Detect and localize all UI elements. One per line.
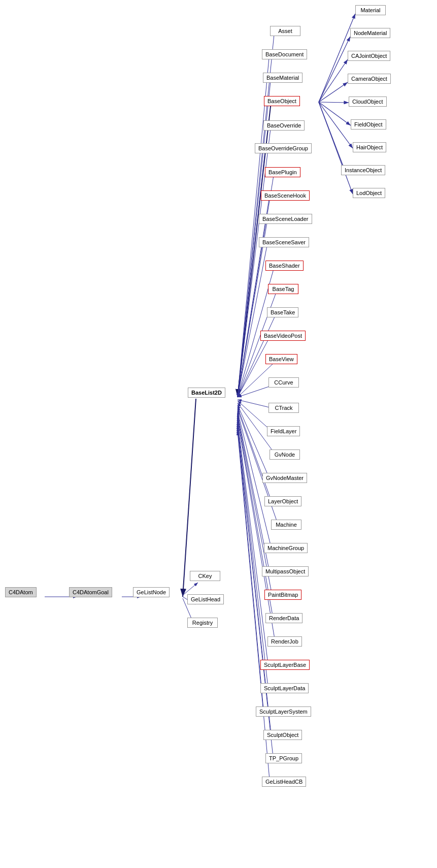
svg-line-8 [319, 102, 353, 148]
node-tp-pgroup[interactable]: TP_PGroup [265, 753, 302, 763]
svg-line-7 [319, 102, 351, 125]
node-baseshader[interactable]: BaseShader [265, 261, 304, 271]
node-multipassobject[interactable]: MultipassObject [262, 566, 309, 576]
node-asset[interactable]: Asset [270, 26, 300, 36]
node-gelistnode[interactable]: GeListNode [133, 587, 170, 597]
svg-line-40 [238, 425, 264, 715]
svg-line-12 [238, 58, 269, 397]
svg-line-16 [238, 152, 265, 397]
node-instanceobject[interactable]: InstanceObject [341, 165, 385, 175]
node-baseoverridegroup[interactable]: BaseOverrideGroup [255, 143, 312, 153]
node-baseview[interactable]: BaseView [265, 354, 297, 364]
node-paintbitmap[interactable]: PaintBitmap [264, 590, 301, 600]
svg-line-20 [238, 246, 267, 397]
node-sculptlayersystem[interactable]: SculptLayerSystem [256, 706, 311, 717]
node-sculptlayerbase[interactable]: SculptLayerBase [260, 660, 310, 670]
node-cajointobject[interactable]: CAJointObject [348, 51, 390, 61]
node-cameraobject[interactable]: CameraObject [348, 74, 391, 84]
node-lodobject[interactable]: LodObject [353, 188, 385, 198]
node-basetake[interactable]: BaseTake [267, 307, 298, 317]
node-registry[interactable]: Registry [187, 618, 218, 628]
svg-line-18 [238, 199, 269, 397]
svg-line-3 [319, 37, 350, 102]
node-baselist2d[interactable]: BaseList2D [188, 388, 225, 398]
node-ccurve[interactable]: CCurve [268, 377, 299, 388]
diagram-container: Material NodeMaterial CAJointObject Came… [0, 0, 437, 868]
node-renderjob[interactable]: RenderJob [267, 636, 302, 647]
svg-line-39 [238, 423, 268, 691]
node-basematerial[interactable]: BaseMaterial [263, 73, 302, 83]
svg-line-31 [238, 407, 273, 504]
node-c4datom[interactable]: C4DAtom [5, 587, 37, 597]
node-basescenesaver[interactable]: BaseSceneSaver [259, 237, 309, 247]
node-sculptobject[interactable]: SculptObject [263, 730, 302, 740]
node-baseobject[interactable]: BaseObject [264, 96, 300, 106]
node-sculptlayerdata[interactable]: SculptLayerData [260, 683, 309, 693]
node-material[interactable]: Material [355, 5, 386, 15]
node-cloudobject[interactable]: CloudObject [349, 97, 387, 107]
node-gelisthead[interactable]: GeListHead [187, 594, 224, 604]
node-basescenehook[interactable]: BaseSceneHook [261, 190, 310, 201]
node-fieldlayer[interactable]: FieldLayer [267, 426, 300, 436]
node-renderdata[interactable]: RenderData [265, 613, 302, 623]
svg-line-4 [319, 59, 348, 102]
node-ctrack[interactable]: CTrack [268, 403, 299, 413]
node-layerobject[interactable]: LayerObject [264, 496, 301, 506]
node-gvnodemaster[interactable]: GvNodeMaster [262, 473, 307, 483]
svg-line-24 [238, 339, 268, 397]
svg-line-19 [238, 222, 267, 397]
node-basesceneloader[interactable]: BaseSceneLoader [259, 214, 312, 224]
svg-line-6 [319, 102, 349, 103]
node-basevideopost[interactable]: BaseVideoPost [260, 331, 306, 341]
node-fieldobject[interactable]: FieldObject [351, 119, 386, 130]
svg-line-44 [183, 399, 196, 597]
svg-line-45 [183, 583, 198, 595]
node-machinegroup[interactable]: MachineGroup [264, 543, 308, 553]
connections-svg [0, 0, 437, 868]
node-basedocument[interactable]: BaseDocument [262, 49, 307, 59]
svg-line-9 [319, 102, 345, 171]
node-basetag[interactable]: BaseTag [268, 284, 298, 294]
node-hairobject[interactable]: HairObject [353, 142, 386, 152]
node-nodematerial[interactable]: NodeMaterial [350, 28, 390, 38]
node-ckey[interactable]: CKey [190, 571, 220, 581]
node-c4datomgoal[interactable]: C4DAtomGoal [69, 587, 112, 597]
svg-line-5 [319, 82, 348, 102]
node-baseoverride[interactable]: BaseOverride [263, 120, 305, 131]
node-gelistheadcb[interactable]: GeListHeadCB [262, 777, 306, 787]
svg-line-30 [238, 405, 271, 481]
node-gvnode[interactable]: GvNode [270, 449, 300, 460]
node-machine[interactable]: Machine [271, 520, 301, 530]
svg-line-10 [319, 102, 353, 194]
node-baseplugin[interactable]: BasePlugin [265, 167, 300, 177]
